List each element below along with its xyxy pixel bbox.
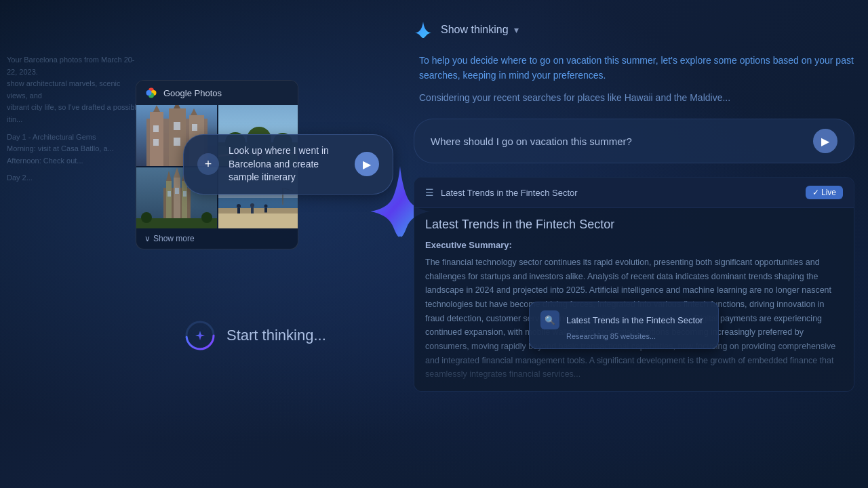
svg-rect-41	[218, 211, 298, 228]
gemini-mini-icon	[414, 20, 433, 39]
fintech-card-header: ☰ Latest Trends in the Fintech Sector ✓ …	[414, 178, 854, 208]
svg-rect-44	[237, 208, 240, 214]
svg-point-45	[250, 203, 254, 207]
svg-rect-13	[174, 138, 180, 146]
thinking-paragraph-1: To help you decide where to go on vacati…	[419, 53, 854, 83]
thinking-spinner	[183, 319, 217, 352]
fintech-notif-header: 🔍 Latest Trends in the Fintech Sector	[540, 310, 707, 329]
svg-rect-11	[192, 124, 197, 131]
prompt-bubble[interactable]: + Look up where I went in Barcelona and …	[183, 134, 393, 195]
fintech-notif-subtitle: Researching 85 websites...	[540, 332, 707, 340]
fintech-research-card: ☰ Latest Trends in the Fintech Sector ✓ …	[414, 177, 854, 392]
svg-point-38	[201, 212, 212, 223]
background-chat-text: Your Barcelona photos from March 20-22, …	[7, 54, 142, 184]
svg-rect-35	[183, 191, 186, 197]
fintech-notification-popup: 🔍 Latest Trends in the Fintech Sector Re…	[529, 302, 719, 349]
right-panel: Show thinking ▾ To help you decide where…	[407, 0, 868, 488]
google-photos-icon	[144, 86, 158, 100]
thinking-content: To help you decide where to go on vacati…	[414, 53, 854, 105]
svg-rect-33	[167, 191, 171, 197]
svg-point-37	[141, 212, 152, 223]
vacation-query-bubble[interactable]: Where should I go on vacation this summe…	[414, 119, 854, 163]
thinking-text: Start thinking...	[226, 327, 326, 344]
fintech-notif-icon: 🔍	[540, 310, 559, 329]
vacation-send-button[interactable]: ▶	[813, 129, 837, 153]
photos-title: Google Photos	[163, 88, 222, 98]
document-icon: ☰	[425, 187, 434, 198]
svg-point-47	[264, 205, 268, 208]
left-panel: Your Barcelona photos from March 20-22, …	[0, 0, 393, 488]
chevron-down-icon: ▾	[514, 24, 519, 35]
fintech-live-badge: ✓ Live	[806, 186, 843, 199]
fintech-header-left: ☰ Latest Trends in the Fintech Sector	[425, 187, 578, 198]
svg-point-43	[237, 204, 241, 208]
chevron-down-icon: ∨	[144, 234, 151, 243]
svg-rect-48	[264, 208, 267, 213]
vacation-query-text: Where should I go on vacation this summe…	[431, 136, 632, 147]
thinking-paragraph-2: Considering your recent searches for pla…	[419, 90, 854, 105]
svg-marker-53	[195, 331, 205, 340]
show-thinking-row: Show thinking ▾	[414, 20, 854, 39]
photos-card-header: Google Photos	[136, 81, 298, 105]
svg-rect-9	[153, 125, 159, 132]
show-more-btn[interactable]: ∨ Show more	[136, 228, 298, 249]
show-thinking-button[interactable]: Show thinking ▾	[441, 24, 519, 36]
svg-rect-10	[174, 122, 180, 130]
fintech-card-content: Latest Trends in the Fintech Sector Exec…	[414, 208, 854, 391]
fintech-notif-title: Latest Trends in the Fintech Sector	[566, 315, 703, 325]
svg-rect-34	[175, 188, 179, 194]
fintech-content-title: Latest Trends in the Fintech Sector	[425, 218, 843, 232]
fintech-card-title: Latest Trends in the Fintech Sector	[441, 188, 578, 198]
svg-rect-42	[218, 208, 298, 214]
prompt-text: Look up where I went in Barcelona and cr…	[229, 144, 345, 184]
svg-rect-46	[251, 207, 254, 214]
svg-rect-12	[153, 139, 159, 146]
fintech-section-label: Executive Summary:	[425, 240, 843, 250]
svg-point-3	[146, 90, 152, 96]
plus-button[interactable]: +	[197, 153, 219, 175]
thinking-indicator: Start thinking...	[183, 319, 326, 352]
